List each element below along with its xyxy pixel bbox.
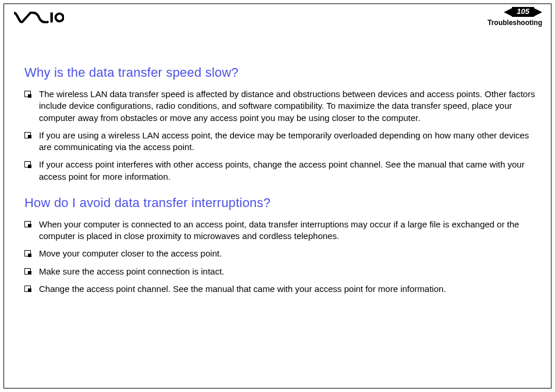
- bullet-icon: [24, 250, 31, 256]
- prev-page-arrow-icon[interactable]: [504, 8, 512, 16]
- list-item-text: Move your computer closer to the access …: [39, 248, 542, 259]
- list-item: Move your computer closer to the access …: [24, 248, 542, 259]
- section-heading: Why is the data transfer speed slow?: [24, 65, 542, 80]
- bullet-icon: [24, 91, 31, 97]
- bullet-icon: [24, 286, 31, 292]
- list-item: If your access point interferes with oth…: [24, 159, 542, 183]
- page-number: 105: [512, 7, 534, 17]
- list-item: When your computer is connected to an ac…: [24, 219, 542, 243]
- page-content: Why is the data transfer speed slow? The…: [24, 65, 542, 308]
- bullet-list: The wireless LAN data transfer speed is …: [24, 88, 542, 183]
- svg-point-1: [56, 13, 63, 21]
- vaio-logo: [14, 12, 64, 26]
- section-label: Troubleshooting: [488, 19, 542, 27]
- bullet-icon: [24, 161, 31, 168]
- list-item-text: The wireless LAN data transfer speed is …: [39, 88, 542, 124]
- list-item: The wireless LAN data transfer speed is …: [24, 88, 542, 124]
- list-item: Make sure the access point connection is…: [24, 266, 542, 277]
- next-page-arrow-icon[interactable]: [534, 8, 542, 16]
- section-heading: How do I avoid data transfer interruptio…: [24, 195, 542, 211]
- list-item-text: If you are using a wireless LAN access p…: [39, 130, 542, 154]
- section-data-transfer-interruptions: How do I avoid data transfer interruptio…: [24, 195, 542, 295]
- list-item: Change the access point channel. See the…: [24, 283, 542, 295]
- list-item-text: If your access point interferes with oth…: [39, 159, 542, 183]
- list-item-text: Change the access point channel. See the…: [39, 283, 542, 295]
- list-item-text: When your computer is connected to an ac…: [39, 219, 542, 243]
- svg-rect-0: [51, 12, 53, 22]
- list-item: If you are using a wireless LAN access p…: [24, 130, 542, 154]
- bullet-list: When your computer is connected to an ac…: [24, 219, 542, 295]
- page-navigation: 105: [504, 7, 542, 17]
- bullet-icon: [24, 268, 31, 275]
- bullet-icon: [24, 221, 31, 227]
- bullet-icon: [24, 132, 31, 138]
- page-header: 105 Troubleshooting: [0, 0, 555, 28]
- list-item-text: Make sure the access point connection is…: [39, 266, 542, 277]
- section-data-transfer-speed: Why is the data transfer speed slow? The…: [24, 65, 542, 183]
